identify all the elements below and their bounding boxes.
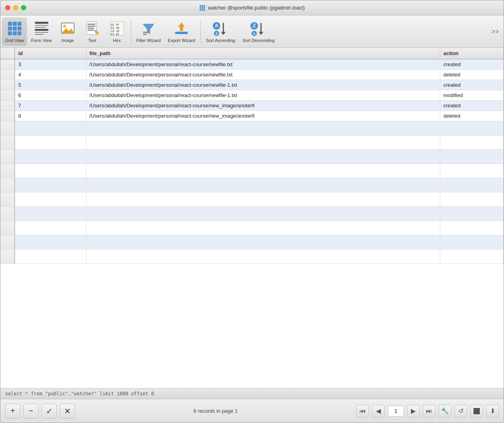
form-view-label: Form View <box>31 38 52 43</box>
svg-rect-21 <box>35 29 48 31</box>
empty-row-num <box>0 192 15 207</box>
svg-rect-15 <box>8 31 12 35</box>
row-number-cell <box>0 101 15 111</box>
hex-icon: 01 FF A3 7B C0 1D E5 02 <box>109 21 125 36</box>
text-label: Text <box>88 38 96 43</box>
svg-rect-10 <box>13 22 17 26</box>
next-page-button[interactable]: ▶ <box>407 405 420 417</box>
refresh-button[interactable]: ↺ <box>454 405 467 417</box>
cell-action: created <box>440 80 504 90</box>
empty-row-num <box>0 135 15 150</box>
cell-action: deleted <box>440 111 504 121</box>
empty-cell-id <box>15 121 86 135</box>
image-label: Image <box>62 38 74 43</box>
table-row[interactable]: 6 /Users/abdullah/Development/personal/r… <box>0 90 504 101</box>
zoom-button[interactable] <box>21 5 26 10</box>
form-view-icon <box>34 21 50 36</box>
svg-rect-22 <box>35 32 48 33</box>
empty-cell-file-path <box>86 235 440 250</box>
add-icon: + <box>10 406 15 415</box>
row-number-cell <box>0 111 15 121</box>
export-wizard-icon <box>174 21 189 36</box>
empty-row <box>0 164 504 178</box>
empty-cell-file-path <box>86 164 440 178</box>
records-info: 6 records in page 1 <box>75 408 356 414</box>
cell-id: 8 <box>15 111 86 121</box>
query-text: select * from "public"."watcher" limit 1… <box>5 391 154 396</box>
sort-ascending-button[interactable]: A Z Sort Ascending <box>203 17 239 46</box>
empty-row <box>0 221 504 235</box>
main-window: watcher @sportsfile.public (pgadmin.loac… <box>0 0 504 423</box>
remove-record-button[interactable]: − <box>23 404 38 419</box>
empty-cell-action <box>440 192 504 207</box>
cancel-button[interactable]: ✕ <box>60 404 75 419</box>
add-record-button[interactable]: + <box>5 404 20 419</box>
more-tools-button[interactable]: >> <box>488 27 502 37</box>
svg-marker-56 <box>259 32 263 35</box>
table-row[interactable]: 7 /Users/abdullah/Development/personal/r… <box>0 101 504 111</box>
svg-rect-43 <box>175 32 188 34</box>
hex-button[interactable]: 01 FF A3 7B C0 1D E5 02 Hex <box>105 17 129 46</box>
minimize-button[interactable] <box>13 5 18 10</box>
empty-row <box>0 207 504 221</box>
confirm-button[interactable]: ✓ <box>42 404 57 419</box>
empty-cell-id <box>15 250 86 264</box>
next-page-icon: ▶ <box>411 407 416 415</box>
minus-icon: − <box>29 406 33 415</box>
svg-rect-12 <box>8 27 12 30</box>
empty-row <box>0 121 504 135</box>
empty-cell-id <box>15 178 86 192</box>
column-header-file-path[interactable]: file_path <box>86 48 440 59</box>
export-wizard-button[interactable]: Export Wizard <box>165 17 199 46</box>
table-row[interactable]: 3 /Users/abdullah/Development/personal/r… <box>0 59 504 70</box>
empty-cell-file-path <box>86 178 440 192</box>
filter-wizard-icon <box>141 21 157 36</box>
settings-button[interactable]: 🔧 <box>439 405 451 417</box>
stop-button[interactable] <box>470 405 483 417</box>
table-header-row: id file_path action <box>0 48 504 59</box>
filter-wizard-button[interactable]: Filter Wizard <box>133 17 164 46</box>
svg-text:Z: Z <box>253 23 256 29</box>
svg-text:E5 02: E5 02 <box>111 33 119 36</box>
empty-row-num <box>0 221 15 235</box>
close-button[interactable] <box>5 5 10 10</box>
svg-rect-5 <box>204 7 205 9</box>
svg-text:A: A <box>253 31 256 36</box>
window-title: watcher @sportsfile.public (pgadmin.loac… <box>199 5 305 11</box>
empty-cell-id <box>15 221 86 235</box>
empty-row-num <box>0 235 15 250</box>
empty-cell-action <box>440 178 504 192</box>
svg-rect-11 <box>17 22 21 26</box>
text-button[interactable]: Text <box>80 17 104 46</box>
bottom-bar: + − ✓ ✕ 6 records in page 1 ⏮ ◀ ▶ <box>0 399 504 423</box>
sort-descending-button[interactable]: Z A Sort Descending <box>239 17 278 46</box>
page-number-input[interactable] <box>388 406 404 417</box>
column-header-id[interactable]: id <box>15 48 86 59</box>
empty-cell-id <box>15 235 86 250</box>
prev-page-button[interactable]: ◀ <box>372 405 385 417</box>
form-view-button[interactable]: Form View <box>28 17 55 46</box>
image-button[interactable]: Image <box>56 17 80 46</box>
empty-row-num <box>0 121 15 135</box>
data-grid: id file_path action 3 /Users/abdullah/De… <box>0 48 504 388</box>
empty-cell-file-path <box>86 221 440 235</box>
svg-rect-19 <box>35 25 48 26</box>
table-row[interactable]: 5 /Users/abdullah/Development/personal/r… <box>0 80 504 90</box>
download-icon: ⬇ <box>490 407 495 415</box>
download-button[interactable]: ⬇ <box>486 405 499 417</box>
svg-text:A3 7B: A3 7B <box>111 27 119 30</box>
grid-view-button[interactable]: Grid View <box>2 17 27 46</box>
records-label: 6 records in page 1 <box>193 408 237 414</box>
first-page-button[interactable]: ⏮ <box>356 405 369 417</box>
svg-rect-13 <box>13 27 17 30</box>
svg-rect-8 <box>204 9 205 11</box>
table-row[interactable]: 4 /Users/abdullah/Development/personal/r… <box>0 70 504 80</box>
svg-rect-4 <box>202 7 203 9</box>
svg-rect-17 <box>17 31 21 35</box>
last-page-button[interactable]: ⏭ <box>423 405 435 417</box>
table-row[interactable]: 8 /Users/abdullah/Development/personal/r… <box>0 111 504 121</box>
column-header-action[interactable]: action <box>440 48 504 59</box>
empty-cell-file-path <box>86 135 440 150</box>
toolbar-separator-1 <box>131 20 131 44</box>
svg-rect-1 <box>202 5 203 7</box>
